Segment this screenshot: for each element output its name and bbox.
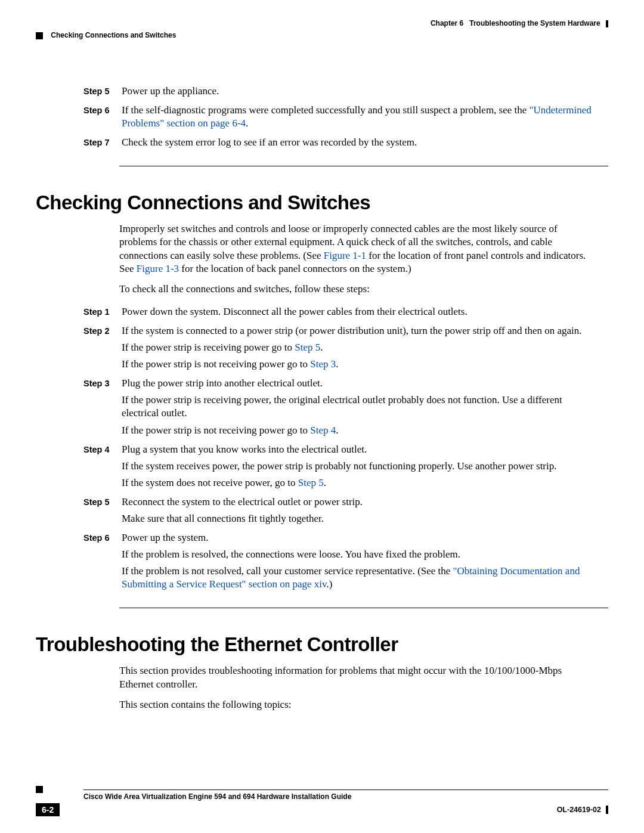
step-body: Plug the power strip into another electr… (122, 377, 596, 440)
step-label: Step 2 (83, 324, 122, 337)
step-label: Step 5 (83, 85, 122, 97)
page-header: Chapter 6 Troubleshooting the System Har… (36, 19, 608, 49)
step-label: Step 1 (83, 305, 122, 318)
paragraph: If the system is connected to a power st… (122, 324, 596, 337)
chapter-header: Chapter 6 Troubleshooting the System Har… (36, 19, 608, 27)
paragraph: If the self-diagnostic programs were com… (122, 104, 596, 130)
step-label: Step 7 (83, 136, 122, 148)
step-body: Plug a system that you know works into t… (122, 443, 596, 493)
step-label: Step 6 (83, 531, 122, 544)
step-row: Step 1Power down the system. Disconnect … (83, 305, 596, 322)
paragraph: If the power strip is not receiving powe… (122, 424, 596, 437)
step-row: Step 6Power up the system.If the problem… (83, 531, 596, 594)
step-body: If the self-diagnostic programs were com… (122, 104, 596, 134)
paragraph: If the problem is not resolved, call you… (122, 565, 596, 591)
step-label: Step 4 (83, 443, 122, 456)
step-label: Step 5 (83, 496, 122, 508)
breadcrumb-text: Checking Connections and Switches (51, 31, 176, 39)
cross-ref-link[interactable]: "Obtaining Documentation and Submitting … (122, 565, 580, 590)
step-body: Reconnect the system to the electrical o… (122, 496, 596, 529)
cross-ref-link[interactable]: Step 3 (310, 358, 336, 370)
step-label: Step 3 (83, 377, 122, 389)
paragraph: Reconnect the system to the electrical o… (122, 496, 596, 509)
square-bullet-icon (36, 786, 43, 793)
step-row: Step 5Reconnect the system to the electr… (83, 496, 596, 529)
section-heading-connections: Checking Connections and Switches (36, 191, 608, 214)
step-row: Step 2If the system is connected to a po… (83, 324, 596, 374)
paragraph: Plug a system that you know works into t… (122, 443, 596, 456)
page-number: 6-2 (36, 803, 60, 816)
chapter-title: Troubleshooting the System Hardware (469, 19, 600, 27)
steps-top: Step 5Power up the appliance.Step 6If th… (83, 85, 596, 153)
paragraph: If the system does not receive power, go… (122, 476, 596, 490)
step-label: Step 6 (83, 104, 122, 116)
paragraph: Improperly set switches and controls and… (119, 222, 596, 275)
section-intro: This section provides troubleshooting in… (119, 664, 596, 711)
square-bullet-icon (36, 32, 43, 39)
guide-title: Cisco Wide Area Virtualization Engine 59… (83, 789, 608, 801)
footer-bar-icon (606, 806, 608, 814)
step-body: Power down the system. Disconnect all th… (122, 305, 596, 322)
step-body: If the system is connected to a power st… (122, 324, 596, 374)
cross-ref-link[interactable]: Figure 1-1 (324, 250, 366, 261)
step-body: Check the system error log to see if an … (122, 136, 596, 153)
paragraph: This section contains the following topi… (119, 698, 596, 711)
cross-ref-link[interactable]: Step 5 (295, 342, 320, 353)
cross-ref-link[interactable]: Figure 1-3 (137, 263, 179, 274)
step-body: Power up the appliance. (122, 85, 596, 101)
step-row: Step 5Power up the appliance. (83, 85, 596, 101)
step-row: Step 3Plug the power strip into another … (83, 377, 596, 440)
page-footer: Cisco Wide Area Virtualization Engine 59… (36, 789, 608, 816)
cross-ref-link[interactable]: Step 5 (298, 477, 324, 488)
section-intro: Improperly set switches and controls and… (119, 222, 596, 295)
paragraph: Check the system error log to see if an … (122, 136, 596, 149)
step-body: Power up the system.If the problem is re… (122, 531, 596, 594)
paragraph: If the problem is resolved, the connecti… (122, 548, 596, 561)
paragraph: If the power strip is not receiving powe… (122, 358, 596, 371)
step-row: Step 7Check the system error log to see … (83, 136, 596, 153)
chapter-label: Chapter 6 (431, 19, 463, 27)
breadcrumb: Checking Connections and Switches (36, 31, 608, 39)
steps-connections: Step 1Power down the system. Disconnect … (83, 305, 596, 595)
paragraph: Power down the system. Disconnect all th… (122, 305, 596, 318)
step-row: Step 6If the self-diagnostic programs we… (83, 104, 596, 134)
step-row: Step 4Plug a system that you know works … (83, 443, 596, 493)
paragraph: If the system receives power, the power … (122, 460, 596, 473)
paragraph: To check all the connections and switche… (119, 283, 596, 296)
paragraph: If the power strip is receiving power go… (122, 341, 596, 354)
divider (119, 166, 608, 166)
paragraph: Plug the power strip into another electr… (122, 377, 596, 390)
header-bar-icon (606, 20, 608, 27)
paragraph: Make sure that all connections fit tight… (122, 512, 596, 525)
doc-id: OL-24619-02 (557, 806, 601, 814)
paragraph: If the power strip is receiving power, t… (122, 394, 596, 420)
paragraph: This section provides troubleshooting in… (119, 664, 596, 690)
paragraph: Power up the system. (122, 531, 596, 544)
paragraph: Power up the appliance. (122, 85, 596, 98)
cross-ref-link[interactable]: "Undetermined Problems" section on page … (122, 104, 592, 129)
cross-ref-link[interactable]: Step 4 (310, 425, 336, 436)
section-heading-ethernet: Troubleshooting the Ethernet Controller (36, 633, 608, 656)
divider (119, 608, 608, 608)
